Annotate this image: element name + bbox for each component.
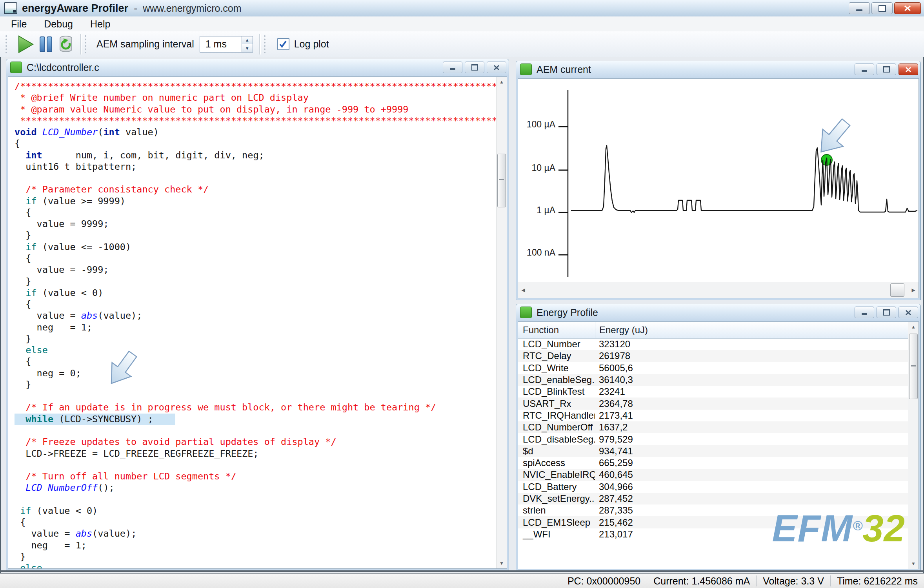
aem-window-titlebar[interactable]: AEM current (516, 61, 920, 78)
table-row[interactable]: USART_Rx2364,78 (518, 397, 908, 409)
energy-vertical-scrollbar[interactable]: ▲ ▼ (908, 322, 919, 569)
toolbar-grip[interactable] (85, 35, 88, 53)
maximize-button[interactable] (871, 2, 893, 14)
code-line: value = -999; (15, 264, 495, 276)
close-button[interactable] (894, 2, 921, 14)
code-line: * @param value Numeric value to put on d… (15, 104, 495, 115)
minimize-icon (450, 68, 455, 70)
table-row[interactable]: LCD_Number323120 (518, 338, 908, 350)
sampling-interval-input[interactable]: 1 ms (200, 36, 242, 53)
scroll-up-arrow[interactable]: ▲ (908, 322, 919, 332)
code-line: } (15, 230, 495, 241)
aem-window-title: AEM current (537, 64, 591, 75)
scroll-right-arrow[interactable]: ▶ (908, 282, 919, 298)
code-vertical-scrollbar[interactable]: ▲ ▼ (496, 77, 507, 568)
aem-minimize-button[interactable] (855, 64, 874, 75)
table-row[interactable]: RTC_IRQHandler2173,41 (518, 410, 908, 421)
table-row[interactable]: LCD_Battery304,966 (518, 481, 908, 493)
code-line: value = abs(value); (15, 528, 495, 539)
code-line: neg = 1; (15, 540, 495, 551)
code-minimize-button[interactable] (443, 62, 462, 73)
energy-table-header: Function Energy (uJ) (518, 322, 908, 339)
table-row[interactable]: LCD_disableSeg...979,529 (518, 433, 908, 445)
energy-window-titlebar[interactable]: Energy Profile (516, 304, 920, 321)
table-row[interactable]: DVK_setEnergy...287,452 (518, 493, 908, 505)
aem-horizontal-scrollbar[interactable]: ◀ ▶ (518, 282, 919, 298)
table-row[interactable]: LCD_NumberOff1637,2 (518, 421, 908, 433)
code-line: * @brief Write number on numeric part on… (15, 92, 495, 103)
code-line: /***************************************… (15, 81, 495, 92)
spinner-up-button[interactable]: ▲ (242, 36, 253, 45)
column-header-energy[interactable]: Energy (uJ) (595, 322, 908, 338)
menu-bar[interactable]: FileDebugHelp (0, 16, 924, 32)
toolbar-grip[interactable] (264, 35, 267, 53)
column-header-function[interactable]: Function (518, 322, 595, 338)
code-close-button[interactable] (487, 62, 506, 73)
code-line: } (15, 276, 495, 287)
pause-button[interactable] (39, 36, 53, 53)
table-row[interactable]: spiAccess665,259 (518, 457, 908, 469)
code-window-titlebar[interactable]: C:\lcdcontroller.c (6, 59, 509, 76)
code-line: if (value >= 9999) (15, 196, 495, 207)
code-restore-button[interactable] (465, 62, 484, 73)
minimize-button[interactable] (849, 2, 870, 14)
scroll-down-arrow[interactable]: ▼ (908, 559, 919, 569)
energy-close-button[interactable] (899, 307, 918, 318)
scroll-down-arrow[interactable]: ▼ (497, 558, 507, 568)
code-line: } (15, 333, 495, 345)
code-line: { (15, 138, 495, 149)
energy-window-icon (520, 307, 532, 318)
code-window-body: /***************************************… (8, 76, 507, 569)
aem-close-button[interactable] (899, 64, 918, 75)
toolbar-grip[interactable] (5, 35, 9, 53)
reset-button[interactable] (58, 35, 74, 53)
scrollbar-thumb[interactable] (890, 283, 904, 297)
title-separator: - (134, 2, 137, 15)
code-line: if (value < 0) (15, 287, 495, 299)
code-line: } (15, 379, 495, 390)
scrollbar-thumb[interactable] (909, 334, 918, 399)
menu-item-help[interactable]: Help (82, 16, 119, 31)
aem-restore-button[interactable] (877, 64, 896, 75)
menu-item-debug[interactable]: Debug (35, 16, 82, 31)
code-window: C:\lcdcontroller.c /********************… (6, 59, 509, 571)
energy-minimize-button[interactable] (855, 307, 874, 318)
highlighted-code-line: while (LCD->SYNCBUSY) ; (15, 414, 175, 425)
code-window-title: C:\lcdcontroller.c (27, 62, 99, 73)
code-line: { (15, 253, 495, 264)
code-line: { (15, 299, 495, 310)
checkmark-icon (279, 40, 287, 49)
code-line: int num, i, com, bit, digit, div, neg; (15, 150, 495, 161)
title-bar[interactable]: energyAware Profiler - www.energymicro.c… (0, 0, 924, 17)
spinner-down-button[interactable]: ▼ (242, 44, 253, 52)
table-row[interactable]: RTC_Delay261978 (518, 350, 908, 362)
close-icon (904, 5, 911, 11)
table-row[interactable]: LCD_Write56005,6 (518, 362, 908, 374)
log-plot-checkbox[interactable] (277, 38, 289, 50)
status-current: Current: 1.456086 mA (647, 575, 756, 586)
application-window: energyAware Profiler - www.energymicro.c… (0, 0, 924, 588)
restore-icon (883, 66, 890, 73)
table-row[interactable]: LCD_enableSeg...36140,3 (518, 374, 908, 386)
toolbar: AEM sampling interval 1 ms ▲ ▼ Log plot (0, 31, 924, 57)
table-row[interactable]: NVIC_EnableIRQ460,645 (518, 469, 908, 481)
code-window-icon (10, 62, 22, 73)
reset-icon (58, 35, 74, 53)
scroll-left-arrow[interactable]: ◀ (518, 282, 528, 298)
menu-item-file[interactable]: File (2, 16, 35, 31)
sampling-interval-stepper[interactable]: 1 ms ▲ ▼ (200, 36, 253, 53)
energy-restore-button[interactable] (877, 307, 896, 318)
code-line: while (LCD->SYNCBUSY) ; (15, 414, 495, 425)
code-line: /* Parameter consistancy check */ (15, 184, 495, 195)
run-button[interactable] (18, 35, 34, 53)
scrollbar-thumb[interactable] (497, 154, 506, 207)
status-voltage: Voltage: 3.3 V (756, 575, 830, 586)
code-line (15, 172, 495, 184)
scroll-up-arrow[interactable]: ▲ (497, 77, 507, 87)
code-line: /* Turn off all number LCD segments */ (15, 471, 495, 482)
table-row[interactable]: $d934,741 (518, 445, 908, 457)
log-plot-label: Log plot (294, 38, 329, 50)
code-editor[interactable]: /***************************************… (8, 77, 507, 568)
table-row[interactable]: LCD_BlinkTest23241 (518, 386, 908, 397)
restore-icon (471, 64, 478, 71)
